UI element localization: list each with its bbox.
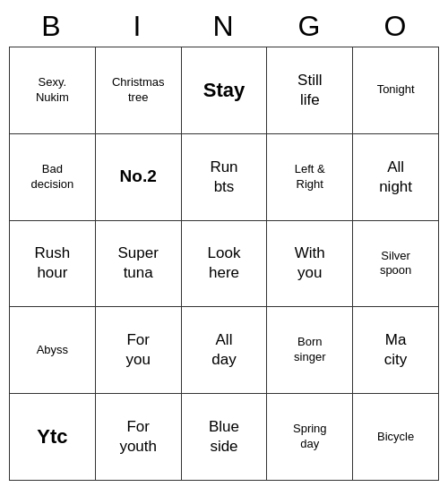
cell-text: Tonight [377,82,415,98]
cell-text: Spring day [293,422,327,452]
cell-text: Look here [208,244,241,283]
header-letter: N [181,6,267,47]
cell-text: For youth [119,417,157,457]
cell-r1-c4: All night [353,134,439,221]
cell-r0-c3: Still life [267,47,353,134]
cell-text: Left & Right [295,162,325,192]
cell-text: Run bts [210,158,237,197]
bingo-card: BINGO Sexy. NukimChristmas treeStayStill… [9,6,439,481]
cell-text: Still life [297,71,322,110]
cell-r2-c3: With you [267,221,353,308]
cell-r1-c1: No.2 [96,134,182,221]
cell-text: Christmas tree [112,75,165,106]
cell-text: All day [211,330,236,370]
cell-r4-c2: Blue side [182,394,268,481]
cell-text: All night [379,158,412,197]
cell-r0-c4: Tonight [353,47,439,134]
cell-r1-c0: Bad decision [10,134,96,221]
cell-r3-c2: All day [182,307,268,394]
cell-r1-c2: Run bts [182,134,268,221]
cell-text: With you [295,244,325,283]
cell-text: Blue side [209,417,239,457]
cell-text: Super tuna [118,244,159,283]
cell-r3-c0: Abyss [10,307,96,394]
header-letter: G [267,6,353,47]
cell-r3-c1: For you [96,307,182,394]
cell-text: Ma city [384,330,408,370]
cell-r4-c3: Spring day [267,394,353,481]
header-letter: B [9,6,95,47]
cell-text: For you [125,330,150,370]
cell-r0-c0: Sexy. Nukim [10,47,96,134]
cell-r3-c4: Ma city [353,307,439,394]
cell-text: No.2 [120,166,157,188]
cell-text: Abyss [37,343,68,358]
cell-r0-c2: Stay [182,47,268,134]
cell-r2-c2: Look here [182,221,268,308]
cell-text: Sexy. Nukim [36,75,69,106]
cell-text: Bicycle [377,430,414,445]
cell-r2-c0: Rush hour [10,221,96,308]
header-letter: I [95,6,181,47]
cell-text: Rush hour [35,244,71,283]
cell-text: Ytc [37,424,67,450]
bingo-grid: Sexy. NukimChristmas treeStayStill lifeT… [9,47,439,481]
cell-text: Bad decision [31,162,74,192]
cell-r2-c1: Super tuna [96,221,182,308]
header-letter: O [353,6,439,47]
cell-text: Stay [203,78,245,104]
cell-r1-c3: Left & Right [267,134,353,221]
cell-text: Born singer [294,335,325,365]
cell-r3-c3: Born singer [267,307,353,394]
bingo-header: BINGO [9,6,439,47]
cell-r4-c1: For youth [96,394,182,481]
cell-r4-c0: Ytc [10,394,96,481]
cell-r0-c1: Christmas tree [96,47,182,134]
cell-r4-c4: Bicycle [353,394,439,481]
cell-r2-c4: Silver spoon [353,221,439,308]
cell-text: Silver spoon [380,249,411,279]
